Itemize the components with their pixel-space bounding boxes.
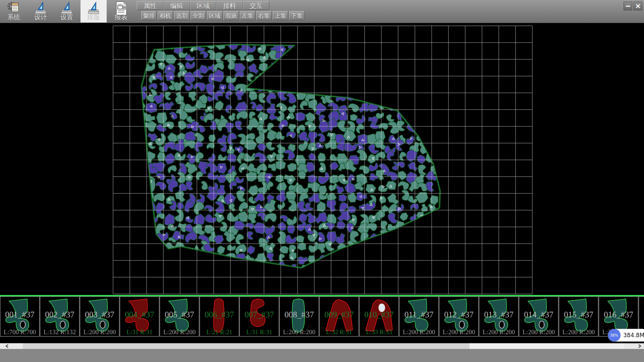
thumbnail-piece-015_#37[interactable]: 015_#37L:200 R:200 xyxy=(559,296,598,337)
chevron-right-icon xyxy=(638,344,641,348)
piece-lr-count: L:200 R:200 xyxy=(80,328,119,336)
tool-button-7[interactable]: 左靠 xyxy=(240,11,255,20)
piece-id-label: 011_#37 xyxy=(399,310,438,319)
chevron-left-icon xyxy=(5,344,8,348)
thumbnail-piece-014_#37[interactable]: 014_#37L:200 R:200 xyxy=(519,296,558,337)
nesting-app-window: { "window": { "minimize_tooltip": "minim… xyxy=(0,0,644,362)
tool-button-4[interactable]: 全割 xyxy=(191,11,206,20)
thumbnail-piece-002_#37[interactable]: 002_#37L:132 R:132 xyxy=(40,296,79,337)
menu-tab-5[interactable]: 交互 xyxy=(243,1,269,10)
percent-value: 38% xyxy=(610,333,618,338)
close-button[interactable]: × xyxy=(634,2,642,10)
memory-usage-badge[interactable]: 38% 384.8M xyxy=(608,329,644,342)
piece-id-label: 004_#37 xyxy=(120,310,159,319)
piece-lr-count: L:132 R:132 xyxy=(40,328,79,336)
piece-id-label: 016_#37 xyxy=(599,310,638,319)
tool-button-8[interactable]: 右靠 xyxy=(256,11,272,20)
piece-lr-count: L:200 R:200 xyxy=(280,328,319,336)
piece-id-label: 012_#37 xyxy=(439,310,478,319)
nesting-ruler-icon xyxy=(87,1,100,15)
piece-lr-count: L:200 R:200 xyxy=(479,328,518,336)
thumbnail-piece-007_#37[interactable]: 007_#37L:31 R:31 xyxy=(239,296,279,337)
piece-lr-count: L:200 R:200 xyxy=(519,328,558,336)
piece-lr-count: L:21 R:21 xyxy=(200,328,239,336)
piece-lr-count: L:200 R:200 xyxy=(399,328,438,336)
memory-value: 384.8M xyxy=(623,332,644,339)
piece-id-label: 010_#37 xyxy=(360,310,398,319)
horizontal-scrollbar[interactable] xyxy=(0,343,644,349)
piece-id-label: 001_#37 xyxy=(0,310,39,319)
scroll-right-button[interactable] xyxy=(624,343,644,349)
tool-button-10[interactable]: 下靠 xyxy=(289,11,305,20)
scrollbar-thumb[interactable] xyxy=(17,343,470,349)
minimize-icon xyxy=(626,6,630,7)
thumbnail-piece-009_#37[interactable]: 009_#37L:32 R:31 xyxy=(319,296,359,337)
piece-id-label: 008_#37 xyxy=(280,310,319,319)
tool-button-3[interactable]: 选割 xyxy=(174,11,190,20)
piece-id-label: 002_#37 xyxy=(40,310,79,319)
piece-id-label: 009_#37 xyxy=(320,310,359,319)
main-button-system[interactable]: 系统 xyxy=(1,0,27,22)
piece-id-label: 013_#37 xyxy=(479,310,518,319)
tool-button-1[interactable]: 聚排 xyxy=(141,11,157,20)
main-button-settings[interactable]: 设置 xyxy=(54,0,80,22)
piece-thumbnail-strip: 001_#37L:700 R:700002_#37L:132 R:132003_… xyxy=(0,295,644,337)
title-toolbar: 系统 设计 设置 排版 xyxy=(0,0,644,23)
thumbnail-piece-010_#37[interactable]: 010_#37L:33 R:33 xyxy=(359,296,399,337)
menu-tab-1[interactable]: 属性 xyxy=(137,1,163,10)
piece-id-label: 006_#37 xyxy=(200,310,239,319)
scroll-left-button[interactable] xyxy=(0,343,23,349)
piece-lr-count: L:200 R:200 xyxy=(559,328,598,336)
thumbnail-piece-003_#37[interactable]: 003_#37L:200 R:200 xyxy=(80,296,119,337)
thumbnail-piece-012_#37[interactable]: 012_#37L:200 R:200 xyxy=(439,296,479,337)
piece-lr-count: L:33 R:33 xyxy=(360,328,398,336)
thumbnail-piece-006_#37[interactable]: 006_#37L:21 R:21 xyxy=(200,296,239,337)
tool-button-9[interactable]: 上靠 xyxy=(273,11,288,20)
piece-id-label: 014_#37 xyxy=(519,310,558,319)
piece-id-label: 003_#37 xyxy=(80,310,119,319)
status-bar xyxy=(0,349,644,362)
piece-id-label: 017_#37 xyxy=(639,310,644,319)
tool-button-2[interactable]: 相机 xyxy=(158,11,173,20)
system-gear-icon xyxy=(6,1,21,15)
main-button-report[interactable]: 报表 xyxy=(108,0,134,22)
tool-button-5[interactable]: 区域 xyxy=(207,11,222,20)
piece-id-label: 015_#37 xyxy=(559,310,598,319)
piece-lr-count: L:31 R:31 xyxy=(120,328,159,336)
menu-tab-3[interactable]: 区域 xyxy=(190,1,216,10)
thumbnail-piece-001_#37[interactable]: 001_#37L:700 R:700 xyxy=(0,296,40,337)
piece-lr-count: L:200 R:200 xyxy=(160,328,199,336)
piece-lr-count: L:700 R:700 xyxy=(0,328,39,336)
thumbnail-piece-008_#37[interactable]: 008_#37L:200 R:200 xyxy=(279,296,319,337)
piece-lr-count: L:200 R:200 xyxy=(439,328,478,336)
piece-lr-count: L:32 R:31 xyxy=(320,328,359,336)
tool-button-row: 聚排相机选割全割区域瑕疵左靠右靠上靠下靠 xyxy=(141,11,305,20)
report-doc-icon xyxy=(114,1,128,16)
menu-tab-4[interactable]: 排料 xyxy=(216,1,243,10)
piece-id-label: 007_#37 xyxy=(240,310,279,319)
piece-lr-count: L:31 R:31 xyxy=(240,328,279,336)
menu-tab-row: 属性编辑区域排料交互 xyxy=(137,1,269,10)
settings-ruler-icon xyxy=(60,1,73,15)
design-ruler-icon xyxy=(34,1,47,15)
thumbnail-piece-005_#37[interactable]: 005_#37L:200 R:200 xyxy=(160,296,199,337)
thumbnail-piece-013_#37[interactable]: 013_#37L:200 R:200 xyxy=(479,296,519,337)
piece-id-label: 005_#37 xyxy=(160,310,199,319)
close-icon: × xyxy=(635,2,641,10)
cpu-percent-indicator: 38% xyxy=(608,329,621,342)
thumbnail-piece-004_#37[interactable]: 004_#37L:31 R:31 xyxy=(120,296,159,337)
minimize-button[interactable] xyxy=(624,2,632,10)
thumbnail-piece-011_#37[interactable]: 011_#37L:200 R:200 xyxy=(399,296,439,337)
tool-button-6[interactable]: 瑕疵 xyxy=(223,11,239,20)
main-button-nesting[interactable]: 排版 xyxy=(80,0,107,22)
main-button-design[interactable]: 设计 xyxy=(28,0,54,22)
menu-tab-2[interactable]: 编辑 xyxy=(163,1,190,10)
